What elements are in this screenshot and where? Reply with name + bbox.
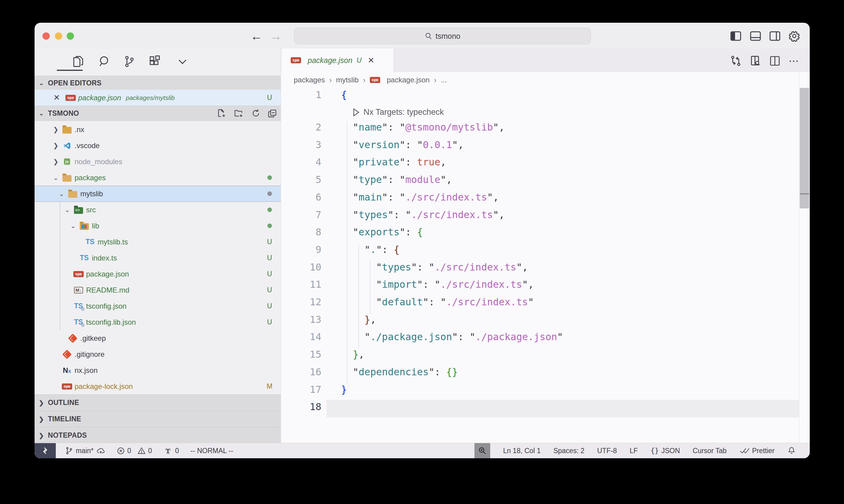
chevron-right-icon: › — [329, 75, 332, 85]
code-line-8: "exports": { — [341, 226, 423, 238]
tree-item-src[interactable]: ⌄src — [35, 202, 281, 218]
chevron-down-icon[interactable]: ⌄ — [50, 174, 62, 181]
explorer-section-header[interactable]: ⌄ TSMONO — [35, 106, 281, 121]
scrollbar-thumb[interactable] — [800, 88, 809, 209]
line-number: 12 — [283, 296, 321, 308]
search-icon — [425, 32, 433, 40]
tree-item-package-json[interactable]: npmpackage.jsonU — [35, 266, 281, 282]
errors-icon — [117, 447, 125, 455]
indentation-status[interactable]: Spaces: 2 — [553, 447, 584, 455]
chevron-down-icon[interactable]: ⌄ — [67, 222, 79, 230]
codelens-nx-targets[interactable]: Nx Targets: typecheck — [352, 108, 444, 117]
more-actions-icon[interactable]: ⋯ — [787, 54, 800, 68]
collapse-all-icon[interactable] — [268, 108, 277, 118]
vscode-icon — [62, 141, 72, 150]
line-number: 1 — [283, 89, 321, 101]
line-number: 14 — [283, 331, 321, 343]
outline-title: OUTLINE — [48, 399, 79, 407]
tab-close-icon[interactable]: ✕ — [368, 56, 374, 65]
nav-forward-icon[interactable]: → — [270, 30, 282, 43]
tree-item-readme-md[interactable]: M↓README.mdU — [35, 282, 281, 298]
breadcrumb-packages[interactable]: packages — [294, 76, 325, 84]
tree-item-nx-json[interactable]: Nxnx.json — [35, 362, 281, 378]
toggle-panel-icon[interactable] — [750, 30, 761, 42]
tree-item--gitignore[interactable]: .gitignore — [35, 346, 281, 362]
timeline-section-header[interactable]: ❯ TIMELINE — [35, 411, 281, 427]
open-editor-filename: package.json — [78, 94, 121, 102]
more-views-chevron-icon[interactable] — [174, 53, 191, 70]
new-file-icon[interactable] — [217, 108, 226, 118]
explorer-icon[interactable] — [70, 53, 87, 70]
tree-item-tsconfig-lib-json[interactable]: TS⚙tsconfig.lib.jsonU — [35, 314, 281, 330]
screencast-zoom-indicator[interactable] — [475, 443, 490, 458]
problems-status[interactable]: 0 0 — [117, 447, 152, 455]
git-branch-status[interactable]: main* — [65, 447, 105, 455]
breadcrumb-symbol[interactable]: ... — [441, 76, 447, 84]
source-control-icon[interactable] — [121, 53, 138, 70]
toggle-secondary-sidebar-icon[interactable] — [769, 30, 781, 42]
language-mode-status[interactable]: {} JSON — [651, 447, 680, 455]
settings-gear-icon[interactable] — [788, 30, 800, 42]
tree-item-node-modules[interactable]: ❯jsnode_modules — [35, 154, 281, 169]
eol-text: LF — [630, 447, 638, 455]
git-status-badge: U — [265, 94, 274, 102]
close-editor-icon[interactable]: ✕ — [53, 93, 60, 102]
encoding-status[interactable]: UTF-8 — [597, 447, 617, 455]
open-changes-icon[interactable] — [729, 54, 742, 68]
tree-item-mytslib[interactable]: ⌄mytslib — [35, 186, 281, 202]
code-line-4: "private": true, — [341, 156, 446, 168]
cursor-position-status[interactable]: Ln 18, Col 1 — [503, 447, 540, 455]
notifications-bell[interactable] — [787, 447, 796, 455]
line-number: 17 — [283, 384, 321, 395]
chevron-right-icon[interactable]: ❯ — [50, 142, 62, 149]
tree-item-index-ts[interactable]: TSindex.tsU — [35, 250, 281, 266]
extensions-icon[interactable] — [146, 53, 163, 70]
encoding-text: UTF-8 — [597, 447, 617, 455]
git-icon — [68, 334, 78, 343]
outline-section-header[interactable]: ❯ OUTLINE — [35, 394, 281, 411]
formatter-text: Prettier — [752, 447, 775, 455]
tree-item--nx[interactable]: ❯.nx — [35, 122, 281, 138]
warnings-count: 0 — [148, 447, 152, 455]
refresh-icon[interactable] — [251, 108, 261, 118]
toggle-primary-sidebar-icon[interactable] — [730, 30, 742, 42]
tree-item--vscode[interactable]: ❯.vscode — [35, 138, 281, 154]
breadcrumb-mytslib[interactable]: mytslib — [336, 76, 359, 84]
chevron-right-icon[interactable]: ❯ — [50, 126, 62, 133]
nav-back-icon[interactable]: ← — [251, 30, 262, 43]
split-editor-icon[interactable] — [768, 54, 781, 68]
search-editor-icon[interactable] — [749, 54, 762, 68]
notepads-section-header[interactable]: ❯ NOTEPADS — [35, 427, 281, 444]
formatter-status[interactable]: Prettier — [739, 447, 775, 455]
tree-item-mytslib-ts[interactable]: TSmytslib.tsU — [35, 234, 281, 250]
remote-indicator[interactable] — [35, 443, 56, 458]
chevron-down-icon[interactable]: ⌄ — [55, 190, 68, 197]
tree-item-tsconfig-json[interactable]: TS⚙tsconfig.jsonU — [35, 298, 281, 314]
chevron-right-icon[interactable]: ❯ — [50, 158, 62, 165]
tree-item--gitkeep[interactable]: .gitkeep — [35, 330, 281, 346]
tab-package-json[interactable]: npm package.json U ✕ — [282, 49, 394, 72]
minimize-window-button[interactable] — [55, 32, 62, 40]
close-window-button[interactable] — [42, 32, 50, 40]
current-line-highlight — [327, 400, 799, 417]
vim-mode-indicator[interactable]: -- NORMAL -- — [190, 447, 233, 455]
tree-item-package-lock-json[interactable]: npmpackage-lock.jsonM — [35, 378, 281, 394]
open-editor-item[interactable]: ✕ npm package.json packages/mytslib U — [35, 90, 281, 106]
chevron-down-icon[interactable]: ⌄ — [61, 206, 73, 214]
new-folder-icon[interactable] — [234, 108, 243, 118]
timeline-title: TIMELINE — [48, 415, 81, 423]
sidebar: ⌄ OPEN EDITORS ✕ npm package.json packag… — [35, 49, 281, 443]
eol-status[interactable]: LF — [630, 447, 638, 455]
tree-item-lib[interactable]: ⌄lib — [35, 218, 281, 234]
cursor-tab-status[interactable]: Cursor Tab — [693, 447, 727, 455]
search-view-icon[interactable] — [96, 53, 113, 70]
tree-item-packages[interactable]: ⌄packages — [35, 169, 281, 186]
open-editors-header[interactable]: ⌄ OPEN EDITORS — [35, 76, 281, 90]
code-editor[interactable]: 123456789101112131415161718 { "name": "@… — [281, 88, 810, 443]
zoom-window-button[interactable] — [67, 32, 74, 40]
tree-item-label: .vscode — [74, 141, 100, 150]
ports-status[interactable]: 0 — [163, 447, 179, 455]
breadcrumb-package-json[interactable]: package.json — [387, 76, 430, 84]
open-editors-title: OPEN EDITORS — [48, 79, 102, 87]
command-center-search[interactable]: tsmono — [294, 28, 591, 44]
